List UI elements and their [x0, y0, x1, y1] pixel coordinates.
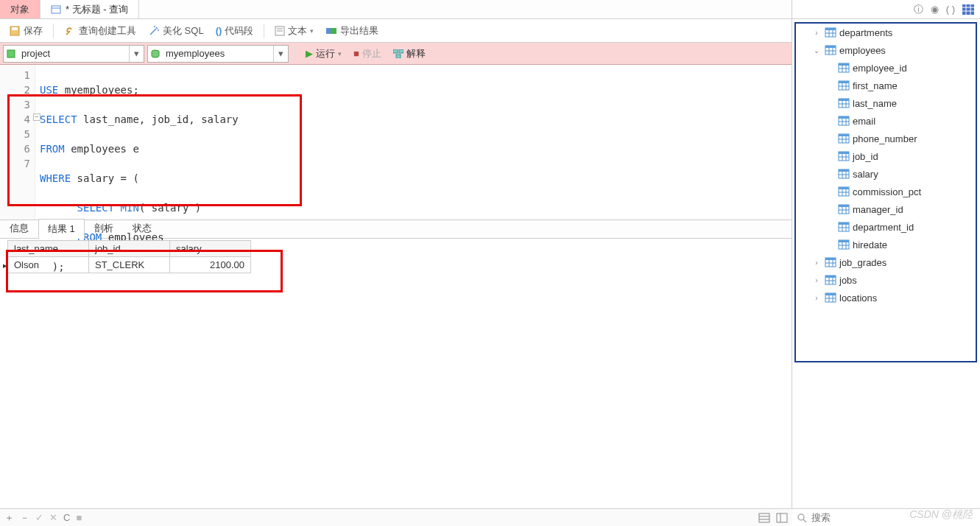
result-table[interactable]: last_name job_id salary Olson ST_CLERK 2…	[7, 240, 251, 273]
remove-icon[interactable]: －	[20, 511, 29, 525]
text-button[interactable]: 文本 ▾	[270, 21, 318, 41]
tree-column-employee_id[interactable]: employee_id	[795, 59, 977, 77]
parentheses-icon[interactable]: ( )	[946, 4, 955, 15]
database-combo[interactable]: myemployees ▾	[147, 45, 289, 63]
svg-rect-80	[839, 222, 849, 225]
tree-label: employee_id	[853, 63, 907, 74]
stop-icon: ■	[353, 48, 359, 59]
text-icon	[275, 26, 285, 36]
tree-column-manager_id[interactable]: manager_id	[795, 200, 977, 218]
tree-column-salary[interactable]: salary	[795, 165, 977, 183]
col-header[interactable]: last_name	[8, 241, 89, 257]
svg-rect-100	[825, 293, 836, 295]
column-icon	[838, 151, 850, 161]
run-button[interactable]: ▶运行▾	[301, 47, 346, 60]
stop-button[interactable]: ■停止	[349, 47, 386, 60]
svg-rect-55	[839, 134, 849, 136]
table-icon	[825, 27, 836, 38]
separator	[53, 24, 54, 38]
play-icon: ▶	[306, 48, 313, 59]
document-tabs: 对象 * 无标题 - 查询	[0, 0, 792, 19]
tree-label: employees	[839, 45, 886, 56]
button-label: 停止	[362, 47, 381, 60]
cell[interactable]: 2100.00	[170, 257, 251, 273]
export-icon	[325, 26, 337, 36]
tree-table-jobs[interactable]: ›jobs	[795, 271, 977, 289]
svg-rect-3	[12, 27, 18, 30]
chevron-right-icon[interactable]: ›	[811, 276, 822, 284]
grid-view-icon[interactable]	[962, 4, 974, 15]
tab-label: 结果 1	[48, 223, 75, 234]
tab-query[interactable]: * 无标题 - 查询	[40, 0, 139, 18]
cell[interactable]: Olson	[8, 257, 89, 273]
add-icon[interactable]: ＋	[4, 511, 14, 525]
chevron-down-icon: ▾	[273, 46, 288, 62]
tab-label: 对象	[10, 3, 29, 16]
column-icon	[838, 169, 850, 179]
svg-rect-19	[962, 4, 974, 15]
button-label: 查询创建工具	[79, 24, 136, 38]
database-icon	[148, 49, 163, 59]
explain-icon	[393, 49, 403, 58]
tree-column-department_id[interactable]: department_id	[795, 218, 977, 236]
check-icon[interactable]: ✓	[35, 512, 43, 523]
tree-column-commission_pct[interactable]: commission_pct	[795, 183, 977, 200]
view-form-icon[interactable]	[776, 513, 788, 523]
svg-rect-14	[759, 513, 769, 522]
svg-rect-40	[839, 81, 849, 83]
table-icon	[825, 292, 836, 303]
svg-line-105	[803, 519, 806, 522]
query-builder-button[interactable]: 查询创建工具	[60, 21, 141, 41]
schema-tree[interactable]: ›departments⌄employeesemployee_idfirst_n…	[792, 19, 980, 508]
sql-editor[interactable]: 1 2 3 4 5 6 7 − USE myemployees; SELECT …	[0, 65, 792, 220]
table-icon	[825, 275, 836, 285]
tree-table-employees[interactable]: ⌄employees	[795, 41, 977, 59]
refresh-icon[interactable]: C	[63, 512, 70, 523]
search-input[interactable]	[811, 512, 976, 523]
code-text[interactable]: USE myemployees; SELECT last_name, job_i…	[35, 65, 792, 220]
status-bar: ＋ － ✓ ✕ C ■	[0, 508, 792, 526]
view-grid-icon[interactable]	[758, 513, 770, 523]
chevron-right-icon[interactable]: ›	[811, 294, 822, 302]
save-button[interactable]: 保存	[4, 21, 47, 41]
beautify-sql-button[interactable]: 美化 SQL	[144, 21, 208, 41]
column-icon	[838, 80, 850, 91]
col-header[interactable]: job_id	[89, 241, 170, 257]
chevron-right-icon[interactable]: ›	[811, 259, 822, 267]
tree-column-email[interactable]: email	[795, 112, 977, 130]
tree-column-hiredate[interactable]: hiredate	[795, 236, 977, 253]
chevron-right-icon[interactable]: ›	[811, 29, 822, 37]
connection-combo[interactable]: project ▾	[3, 45, 144, 63]
tree-column-job_id[interactable]: job_id	[795, 147, 977, 165]
svg-rect-11	[393, 49, 398, 53]
tab-objects[interactable]: 对象	[0, 0, 40, 18]
svg-rect-95	[825, 276, 836, 278]
stop-small-icon[interactable]: ■	[76, 512, 82, 523]
tree-table-departments[interactable]: ›departments	[795, 24, 977, 41]
tree-table-job_grades[interactable]: ›job_grades	[795, 253, 977, 271]
column-icon	[838, 204, 850, 214]
code-snippet-button[interactable]: () 代码段	[211, 21, 258, 41]
export-result-button[interactable]: 导出结果	[321, 21, 383, 41]
main-toolbar: 保存 查询创建工具 美化 SQL () 代码段 文本 ▾	[0, 19, 792, 43]
chevron-down-icon[interactable]: ⌄	[811, 46, 822, 55]
info-icon[interactable]: ⓘ	[914, 3, 923, 16]
save-icon	[9, 25, 21, 37]
explain-button[interactable]: 解释	[389, 47, 430, 60]
table-row[interactable]: Olson ST_CLERK 2100.00	[8, 257, 251, 273]
tree-column-last_name[interactable]: last_name	[795, 94, 977, 112]
eye-icon[interactable]: ◉	[931, 4, 939, 15]
tab-info[interactable]: 信息	[0, 218, 38, 238]
close-icon[interactable]: ✕	[49, 512, 57, 523]
tree-label: jobs	[839, 275, 857, 286]
tree-table-locations[interactable]: ›locations	[795, 289, 977, 306]
cell[interactable]: ST_CLERK	[89, 257, 170, 273]
chevron-down-icon: ▾	[129, 46, 144, 62]
tree-label: email	[853, 116, 875, 127]
svg-rect-9	[7, 50, 15, 57]
tab-result1[interactable]: 结果 1	[38, 219, 85, 239]
tree-column-first_name[interactable]: first_name	[795, 77, 977, 94]
tree-column-phone_number[interactable]: phone_number	[795, 130, 977, 147]
button-label: 运行	[316, 47, 335, 60]
col-header[interactable]: salary	[170, 241, 251, 257]
